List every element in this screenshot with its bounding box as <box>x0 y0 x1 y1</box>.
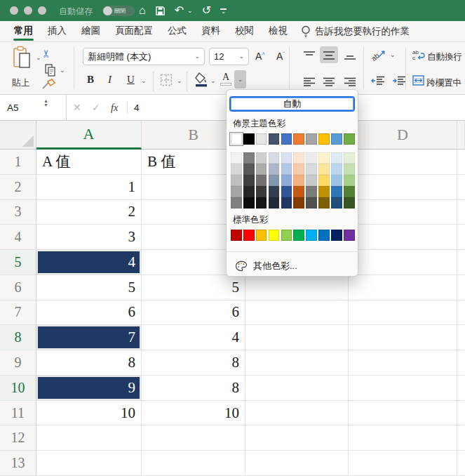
theme-variant-swatch[interactable] <box>243 175 255 186</box>
theme-variant-swatch[interactable] <box>306 175 317 186</box>
row-header-3[interactable]: 3 <box>0 200 36 225</box>
text-orientation-icon[interactable]: ab <box>371 48 386 62</box>
standard-color-swatch[interactable] <box>256 230 267 241</box>
theme-color-swatch[interactable] <box>306 133 317 145</box>
save-icon[interactable] <box>155 6 166 16</box>
standard-color-swatch[interactable] <box>231 230 242 241</box>
theme-variant-swatch[interactable] <box>269 186 280 197</box>
bold-button[interactable]: B <box>87 74 94 86</box>
theme-variant-swatch[interactable] <box>306 164 317 175</box>
cell-E13[interactable] <box>457 451 465 476</box>
align-right-button[interactable] <box>341 74 359 90</box>
standard-color-swatch[interactable] <box>293 230 304 241</box>
cell-E12[interactable] <box>457 425 465 451</box>
cell-D12[interactable] <box>349 425 457 451</box>
cell-D10[interactable] <box>349 376 457 401</box>
theme-color-swatch[interactable] <box>318 133 330 145</box>
cell-C11[interactable] <box>245 401 349 426</box>
copy-icon[interactable] <box>44 63 57 77</box>
row-header-5[interactable]: 5 <box>0 250 36 275</box>
align-top-button[interactable] <box>300 48 318 63</box>
theme-variant-swatch[interactable] <box>331 186 342 197</box>
cell-D4[interactable] <box>349 225 457 250</box>
shrink-font-button[interactable]: Aˇ <box>276 51 285 62</box>
theme-variant-swatch[interactable] <box>269 175 280 186</box>
merge-center-icon[interactable] <box>412 75 424 86</box>
tab-頁面配置[interactable]: 頁面配置 <box>114 21 154 42</box>
formula-input[interactable]: 4 <box>134 95 140 120</box>
name-box[interactable]: A5 <box>0 95 67 120</box>
column-header-sliver[interactable] <box>457 121 465 150</box>
minimize-window-button[interactable] <box>24 6 32 15</box>
cell-E10[interactable] <box>457 376 465 401</box>
cell-A4[interactable]: 3 <box>36 225 142 250</box>
theme-variant-swatch[interactable] <box>231 186 242 197</box>
theme-variant-swatch[interactable] <box>256 197 267 209</box>
row-header-8[interactable]: 8 <box>0 325 36 350</box>
row-header-10[interactable]: 10 <box>0 376 36 401</box>
theme-variant-swatch[interactable] <box>231 164 242 175</box>
align-left-button[interactable] <box>300 74 318 90</box>
cell-C7[interactable] <box>245 300 349 326</box>
cell-A5[interactable]: 4 <box>36 250 142 275</box>
theme-variant-swatch[interactable] <box>306 197 317 209</box>
theme-variant-swatch[interactable] <box>281 175 292 186</box>
standard-color-swatch[interactable] <box>269 230 280 241</box>
orientation-chevron-icon[interactable]: ⌄ <box>390 52 396 58</box>
theme-variant-swatch[interactable] <box>293 175 304 186</box>
decrease-indent-icon[interactable] <box>371 76 385 86</box>
cell-C10[interactable] <box>245 376 349 401</box>
theme-variant-swatch[interactable] <box>256 164 267 175</box>
theme-variant-swatch[interactable] <box>331 152 342 164</box>
borders-icon[interactable] <box>160 74 173 86</box>
cell-B11[interactable]: 10 <box>142 401 245 426</box>
theme-variant-swatch[interactable] <box>344 175 355 186</box>
standard-color-swatch[interactable] <box>306 230 317 241</box>
row-header-11[interactable]: 11 <box>0 401 36 426</box>
cell-B9[interactable]: 8 <box>142 350 245 376</box>
theme-variant-swatch[interactable] <box>243 186 255 197</box>
cancel-icon[interactable]: ✕ <box>73 95 81 120</box>
autosave-toggle[interactable]: 關閉 <box>102 6 135 16</box>
cell-B8[interactable]: 4 <box>142 325 245 350</box>
more-colors-button[interactable]: 其他色彩... <box>235 257 297 275</box>
cell-A11[interactable]: 10 <box>36 401 142 426</box>
merge-center-chevron-icon[interactable]: ⌄ <box>457 79 463 86</box>
theme-variant-swatch[interactable] <box>344 186 355 197</box>
tab-資料[interactable]: 資料 <box>201 21 221 42</box>
cell-D13[interactable] <box>349 451 457 476</box>
cell-E8[interactable] <box>457 325 465 350</box>
merge-center-label[interactable]: 跨欄置中 <box>426 77 461 89</box>
theme-variant-swatch[interactable] <box>318 175 330 186</box>
italic-button[interactable]: I <box>108 74 112 86</box>
cell-D8[interactable] <box>349 325 457 350</box>
select-all-corner[interactable] <box>0 121 36 150</box>
theme-color-swatch[interactable] <box>231 133 242 145</box>
theme-color-swatch[interactable] <box>344 133 355 145</box>
tab-校閱[interactable]: 校閱 <box>234 21 255 42</box>
theme-variant-swatch[interactable] <box>256 175 267 186</box>
row-header-7[interactable]: 7 <box>0 300 36 326</box>
cell-A2[interactable]: 1 <box>36 175 142 200</box>
theme-variant-swatch[interactable] <box>256 152 267 164</box>
align-middle-button[interactable] <box>320 46 338 63</box>
row-header-9[interactable]: 9 <box>0 350 36 376</box>
wrap-text-icon[interactable]: abc <box>412 49 425 60</box>
theme-variant-swatch[interactable] <box>256 186 267 197</box>
grow-font-button[interactable]: A˄ <box>255 51 265 62</box>
standard-color-swatch[interactable] <box>243 230 255 241</box>
cell-A3[interactable]: 2 <box>36 200 142 225</box>
cell-B12[interactable] <box>142 425 245 451</box>
theme-variant-swatch[interactable] <box>281 197 292 209</box>
theme-variant-swatch[interactable] <box>344 152 355 164</box>
theme-variant-swatch[interactable] <box>269 152 280 164</box>
theme-variant-swatch[interactable] <box>293 186 304 197</box>
theme-variant-swatch[interactable] <box>281 164 292 175</box>
cell-E3[interactable] <box>457 200 465 225</box>
theme-variant-swatch[interactable] <box>344 197 355 209</box>
tab-插入[interactable]: 插入 <box>47 21 67 42</box>
insert-function-icon[interactable]: fx <box>111 95 118 120</box>
standard-color-swatch[interactable] <box>318 230 330 241</box>
row-header-2[interactable]: 2 <box>0 175 36 200</box>
cell-A8[interactable]: 7 <box>36 325 142 350</box>
